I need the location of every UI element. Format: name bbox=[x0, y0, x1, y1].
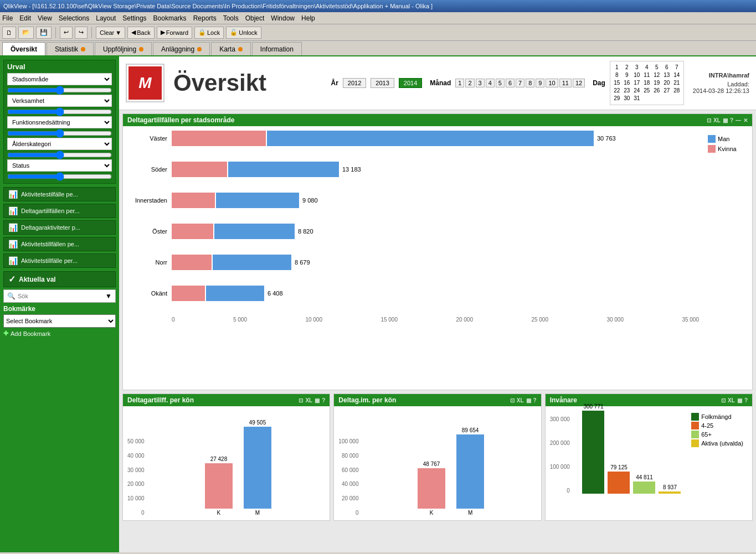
icon-xl-1[interactable]: XL bbox=[305, 397, 312, 403]
cal-29[interactable]: 29 bbox=[613, 95, 621, 102]
cal-31[interactable]: 31 bbox=[632, 95, 641, 102]
nav-aktivitetstillfalle[interactable]: 📊 Aktivitetstillfälle per... bbox=[3, 253, 116, 268]
month-4[interactable]: 4 bbox=[486, 79, 495, 87]
nav-aktivitetstillfallen[interactable]: 📊 Aktivitetstillfällen pe... bbox=[3, 237, 116, 251]
year-2012[interactable]: 2012 bbox=[343, 78, 366, 88]
lock-button[interactable]: 🔒 Lock bbox=[194, 27, 224, 39]
new-button[interactable]: 🗋 bbox=[2, 27, 16, 39]
cal-27[interactable]: 27 bbox=[662, 87, 671, 95]
month-6[interactable]: 6 bbox=[506, 79, 515, 87]
month-11[interactable]: 11 bbox=[559, 79, 572, 87]
cal-4[interactable]: 4 bbox=[642, 64, 651, 71]
icon-expand-1[interactable]: ⊡ bbox=[299, 397, 303, 403]
icon-help-2[interactable]: ? bbox=[533, 397, 537, 403]
nav-deltagaraktiviteter[interactable]: 📊 Deltagaraktiviteter p... bbox=[3, 220, 116, 235]
search-dropdown-icon[interactable]: ▼ bbox=[105, 292, 112, 300]
undo-button[interactable]: ↩ bbox=[60, 27, 73, 39]
month-1[interactable]: 1 bbox=[455, 79, 464, 87]
search-input[interactable] bbox=[18, 293, 103, 299]
cal-1[interactable]: 1 bbox=[613, 64, 621, 71]
cal-2[interactable]: 2 bbox=[623, 64, 631, 71]
month-9[interactable]: 9 bbox=[536, 79, 544, 87]
icon-xl-2[interactable]: XL bbox=[517, 397, 524, 403]
tab-oversikt[interactable]: Översikt bbox=[2, 42, 45, 55]
slider-funktionsnedsattning[interactable] bbox=[7, 131, 112, 136]
icon-expand-3[interactable]: ⊡ bbox=[721, 397, 726, 403]
icon-table-1[interactable]: ▦ bbox=[315, 397, 320, 403]
cal-28[interactable]: 28 bbox=[672, 87, 681, 95]
clear-button[interactable]: Clear ▼ bbox=[96, 27, 125, 39]
tab-karta[interactable]: Karta bbox=[211, 42, 251, 55]
cal-10[interactable]: 10 bbox=[632, 71, 641, 79]
cal-14[interactable]: 14 bbox=[672, 71, 681, 79]
filter-alderskategori[interactable]: Ålderskategori bbox=[7, 138, 112, 150]
chart-icon-minimize[interactable]: — bbox=[736, 117, 741, 123]
back-button[interactable]: ◀ Back bbox=[127, 27, 154, 39]
icon-xl-3[interactable]: XL bbox=[728, 397, 735, 403]
cal-11[interactable]: 11 bbox=[642, 71, 651, 79]
month-10[interactable]: 10 bbox=[546, 79, 558, 87]
menu-window[interactable]: Window bbox=[271, 14, 295, 22]
cal-18[interactable]: 18 bbox=[642, 79, 651, 87]
unlock-button[interactable]: 🔓 Unlock bbox=[226, 27, 261, 39]
cal-3[interactable]: 3 bbox=[632, 64, 641, 71]
slider-stadsomrade[interactable] bbox=[7, 88, 112, 92]
month-7[interactable]: 7 bbox=[516, 79, 524, 87]
nav-deltagartillfallen[interactable]: 📊 Deltagartillfällen per... bbox=[3, 204, 116, 218]
save-button[interactable]: 💾 bbox=[36, 27, 52, 39]
filter-funktionsnedsattning[interactable]: Funktionsnedsättning bbox=[7, 116, 112, 128]
slider-verksamhet[interactable] bbox=[7, 110, 112, 114]
cal-13[interactable]: 13 bbox=[662, 71, 671, 79]
slider-status[interactable] bbox=[7, 174, 112, 179]
month-8[interactable]: 8 bbox=[526, 79, 534, 87]
icon-help-3[interactable]: ? bbox=[744, 397, 748, 403]
cal-26[interactable]: 26 bbox=[652, 87, 661, 95]
cal-21[interactable]: 21 bbox=[672, 79, 681, 87]
cal-7[interactable]: 7 bbox=[672, 64, 681, 71]
menu-tools[interactable]: Tools bbox=[223, 14, 239, 22]
chart-icon-expand[interactable]: ⊡ bbox=[707, 117, 711, 123]
chart-icon-help[interactable]: ? bbox=[730, 117, 733, 123]
month-3[interactable]: 3 bbox=[476, 79, 485, 87]
menu-object[interactable]: Object bbox=[245, 14, 265, 22]
tab-anlaggning[interactable]: Anläggning bbox=[153, 42, 210, 55]
slider-alderskategori[interactable] bbox=[7, 153, 112, 157]
menu-file[interactable]: File bbox=[2, 14, 13, 22]
filter-status[interactable]: Status bbox=[7, 159, 112, 172]
cal-23[interactable]: 23 bbox=[623, 87, 631, 95]
cal-17[interactable]: 17 bbox=[632, 79, 641, 87]
icon-table-2[interactable]: ▦ bbox=[526, 397, 531, 403]
icon-expand-2[interactable]: ⊡ bbox=[510, 397, 515, 403]
chart-icon-table[interactable]: ▦ bbox=[723, 117, 728, 123]
tab-information[interactable]: Information bbox=[252, 42, 302, 55]
redo-button[interactable]: ↪ bbox=[75, 27, 88, 39]
chart-icon-xl[interactable]: XL bbox=[713, 117, 721, 123]
month-12[interactable]: 12 bbox=[573, 79, 585, 87]
cal-24[interactable]: 24 bbox=[632, 87, 641, 95]
open-button[interactable]: 📂 bbox=[18, 27, 34, 39]
menu-reports[interactable]: Reports bbox=[193, 14, 217, 22]
year-2014[interactable]: 2014 bbox=[399, 78, 422, 88]
nav-aktivitetestilfalle[interactable]: 📊 Aktivitetestilfälle pe... bbox=[3, 187, 116, 201]
year-2013[interactable]: 2013 bbox=[371, 78, 394, 88]
menu-view[interactable]: View bbox=[38, 14, 52, 22]
menu-edit[interactable]: Edit bbox=[19, 14, 31, 22]
tab-statistik[interactable]: Statistik bbox=[47, 42, 94, 55]
cal-8[interactable]: 8 bbox=[613, 71, 621, 79]
cal-12[interactable]: 12 bbox=[652, 71, 661, 79]
filter-verksamhet[interactable]: Verksamhet bbox=[7, 95, 112, 107]
month-2[interactable]: 2 bbox=[465, 79, 474, 87]
cal-20[interactable]: 20 bbox=[662, 79, 671, 87]
add-bookmark-button[interactable]: ✚ Add Bookmark bbox=[3, 330, 116, 337]
cal-30[interactable]: 30 bbox=[623, 95, 631, 102]
menu-selections[interactable]: Selections bbox=[59, 14, 89, 22]
cal-22[interactable]: 22 bbox=[613, 87, 621, 95]
chart-icon-close[interactable]: ✕ bbox=[743, 117, 748, 123]
menu-layout[interactable]: Layout bbox=[96, 14, 116, 22]
cal-16[interactable]: 16 bbox=[623, 79, 631, 87]
cal-25[interactable]: 25 bbox=[642, 87, 651, 95]
icon-table-3[interactable]: ▦ bbox=[737, 397, 742, 403]
menu-settings[interactable]: Settings bbox=[122, 14, 146, 22]
tab-uppfoljning[interactable]: Uppföljning bbox=[95, 42, 152, 55]
icon-help-1[interactable]: ? bbox=[322, 397, 325, 403]
